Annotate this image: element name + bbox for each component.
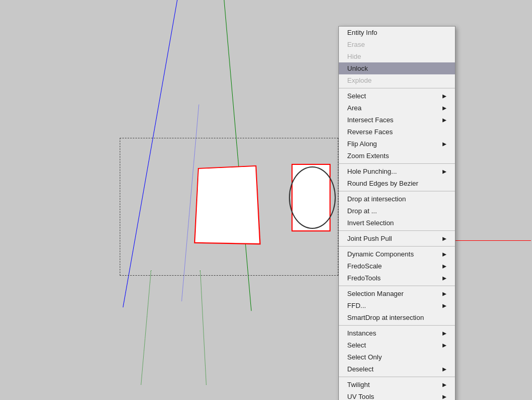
menu-item-unlock[interactable]: Unlock (339, 62, 455, 74)
menu-separator-after-deselect (339, 377, 455, 377)
menu-item-label-unlock: Unlock (347, 64, 447, 72)
menu-item-drop-at[interactable]: Drop at ... (339, 205, 455, 217)
submenu-arrow-ffd: ▶ (442, 303, 447, 308)
menu-item-label-fredotools: FredoTools (347, 274, 438, 282)
menu-item-selection-manager[interactable]: Selection Manager▶ (339, 288, 455, 300)
menu-item-invert-selection[interactable]: Invert Selection (339, 217, 455, 229)
menu-item-zoom-extents[interactable]: Zoom Extents (339, 150, 455, 162)
submenu-arrow-select2: ▶ (442, 342, 447, 348)
menu-item-flip-along[interactable]: Flip Along▶ (339, 138, 455, 150)
submenu-arrow-hole-punching: ▶ (442, 169, 447, 174)
menu-item-uv-tools[interactable]: UV Tools▶ (339, 391, 455, 400)
menu-item-deselect[interactable]: Deselect▶ (339, 363, 455, 375)
menu-item-label-flip-along: Flip Along (347, 140, 438, 148)
submenu-arrow-joint-push-pull: ▶ (442, 236, 447, 241)
menu-item-entity-info[interactable]: Entity Info (339, 27, 455, 38)
menu-item-label-joint-push-pull: Joint Push Pull (347, 235, 438, 242)
menu-separator-after-zoom-extents (339, 163, 455, 164)
submenu-arrow-uv-tools: ▶ (442, 394, 447, 399)
menu-item-label-drop-at-intersection: Drop at intersection (347, 195, 447, 203)
menu-item-label-reverse-faces: Reverse Faces (347, 128, 447, 136)
menu-item-label-area: Area (347, 104, 438, 112)
menu-separator-after-invert-selection (339, 230, 455, 231)
submenu-arrow-fredoscale: ▶ (442, 263, 447, 269)
menu-item-label-explode: Explode (347, 76, 447, 84)
menu-item-fredotools[interactable]: FredoTools▶ (339, 272, 455, 284)
menu-item-instances[interactable]: Instances▶ (339, 327, 455, 339)
menu-item-hole-punching[interactable]: Hole Punching...▶ (339, 165, 455, 177)
menu-item-label-hole-punching: Hole Punching... (347, 167, 438, 175)
submenu-arrow-dynamic-components: ▶ (442, 251, 447, 257)
menu-separator-after-joint-push-pull (339, 246, 455, 247)
menu-item-label-select: Select (347, 92, 438, 100)
menu-item-area[interactable]: Area▶ (339, 102, 455, 114)
submenu-arrow-flip-along: ▶ (442, 141, 447, 147)
menu-item-fredoscale[interactable]: FredoScale▶ (339, 260, 455, 272)
menu-item-select-only[interactable]: Select Only (339, 351, 455, 363)
menu-item-label-selection-manager: Selection Manager (347, 290, 438, 298)
submenu-arrow-twilight: ▶ (442, 382, 447, 388)
menu-item-label-select-only: Select Only (347, 353, 447, 361)
submenu-arrow-selection-manager: ▶ (442, 291, 447, 296)
submenu-arrow-instances: ▶ (442, 330, 447, 336)
menu-item-label-drop-at: Drop at ... (347, 207, 447, 215)
menu-item-label-entity-info: Entity Info (347, 29, 447, 36)
submenu-arrow-select: ▶ (442, 93, 447, 99)
menu-item-erase: Erase (339, 38, 455, 50)
submenu-arrow-fredotools: ▶ (442, 275, 447, 281)
red-line (453, 240, 531, 241)
menu-item-drop-at-intersection[interactable]: Drop at intersection (339, 193, 455, 205)
menu-item-label-dynamic-components: Dynamic Components (347, 250, 438, 258)
menu-item-select2[interactable]: Select▶ (339, 339, 455, 351)
context-menu: Entity InfoEraseHideUnlockExplodeSelect▶… (338, 26, 455, 400)
menu-item-reverse-faces[interactable]: Reverse Faces (339, 126, 455, 138)
menu-item-label-zoom-extents: Zoom Extents (347, 152, 447, 160)
menu-item-round-edges[interactable]: Round Edges by Bezier (339, 177, 455, 189)
shape-circle (289, 166, 336, 229)
menu-separator-after-round-edges (339, 191, 455, 191)
menu-item-label-round-edges: Round Edges by Bezier (347, 179, 447, 187)
menu-item-dynamic-components[interactable]: Dynamic Components▶ (339, 248, 455, 260)
menu-separator-after-explode (339, 88, 455, 88)
menu-item-intersect-faces[interactable]: Intersect Faces▶ (339, 114, 455, 126)
submenu-arrow-deselect: ▶ (442, 366, 447, 372)
menu-item-label-uv-tools: UV Tools (347, 393, 438, 400)
menu-item-label-hide: Hide (347, 53, 447, 60)
menu-item-label-invert-selection: Invert Selection (347, 219, 447, 227)
menu-item-label-smartdrop: SmartDrop at intersection (347, 314, 447, 321)
menu-item-ffd[interactable]: FFD...▶ (339, 300, 455, 312)
menu-item-label-instances: Instances (347, 329, 438, 337)
menu-item-explode: Explode (339, 74, 455, 86)
menu-separator-after-smartdrop (339, 325, 455, 326)
menu-item-label-deselect: Deselect (347, 365, 438, 373)
shape-rect1 (194, 165, 261, 244)
menu-item-label-erase: Erase (347, 41, 447, 48)
menu-item-label-ffd: FFD... (347, 302, 438, 309)
submenu-arrow-area: ▶ (442, 105, 447, 111)
menu-item-label-twilight: Twilight (347, 381, 438, 389)
menu-item-smartdrop[interactable]: SmartDrop at intersection (339, 312, 455, 324)
menu-item-label-select2: Select (347, 341, 438, 349)
menu-item-twilight[interactable]: Twilight▶ (339, 379, 455, 391)
menu-item-label-intersect-faces: Intersect Faces (347, 116, 438, 124)
submenu-arrow-intersect-faces: ▶ (442, 117, 447, 123)
menu-item-select[interactable]: Select▶ (339, 90, 455, 102)
menu-item-joint-push-pull[interactable]: Joint Push Pull▶ (339, 233, 455, 244)
menu-separator-after-fredotools (339, 286, 455, 286)
menu-item-hide: Hide (339, 50, 455, 62)
menu-item-label-fredoscale: FredoScale (347, 262, 438, 270)
